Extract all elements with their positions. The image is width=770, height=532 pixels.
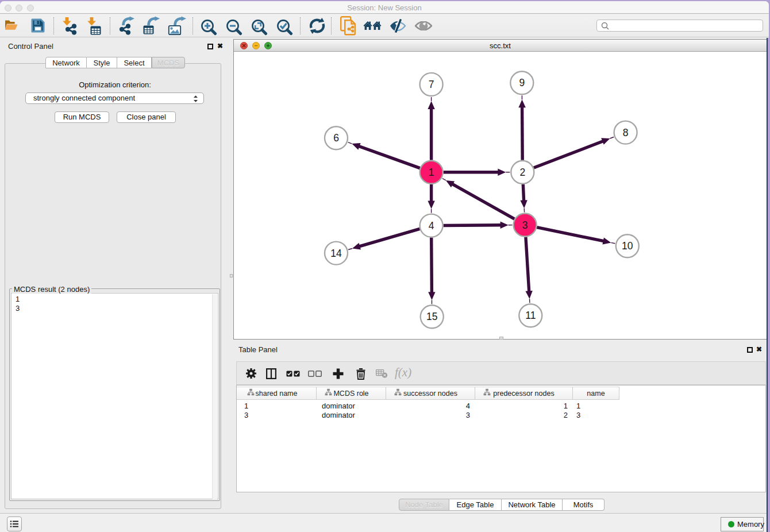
svg-text:10: 10 <box>622 240 633 252</box>
svg-text:4: 4 <box>429 220 434 232</box>
svg-text:1: 1 <box>429 167 434 178</box>
svg-text:8: 8 <box>623 127 629 138</box>
svg-text:14: 14 <box>330 248 342 259</box>
svg-text:11: 11 <box>525 310 536 321</box>
svg-text:6: 6 <box>333 132 339 144</box>
svg-text:9: 9 <box>519 77 525 88</box>
svg-text:3: 3 <box>522 219 528 231</box>
svg-text:2: 2 <box>519 167 525 178</box>
svg-text:15: 15 <box>426 311 437 322</box>
svg-text:7: 7 <box>429 79 434 90</box>
